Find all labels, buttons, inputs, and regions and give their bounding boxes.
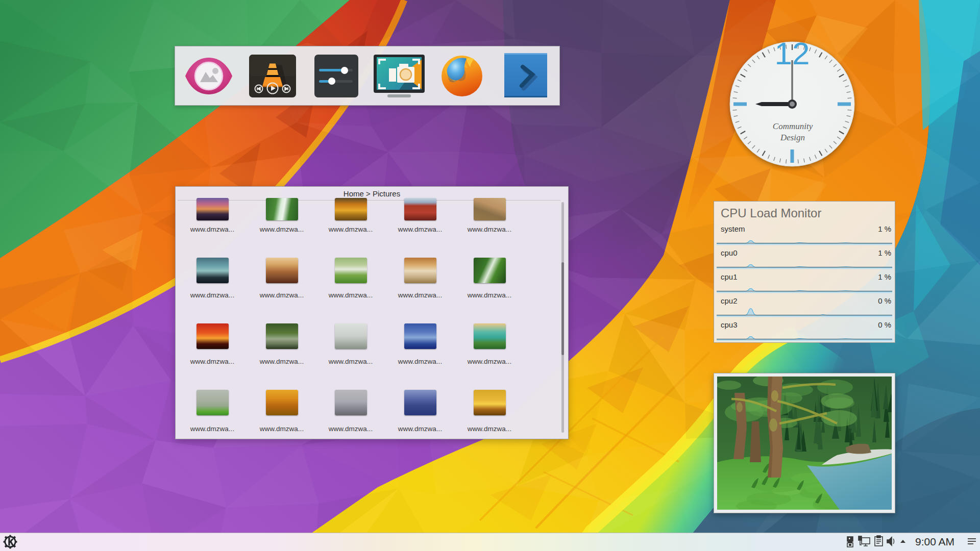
svg-text:Design: Design [780, 133, 805, 142]
svg-text:Community: Community [773, 121, 813, 131]
